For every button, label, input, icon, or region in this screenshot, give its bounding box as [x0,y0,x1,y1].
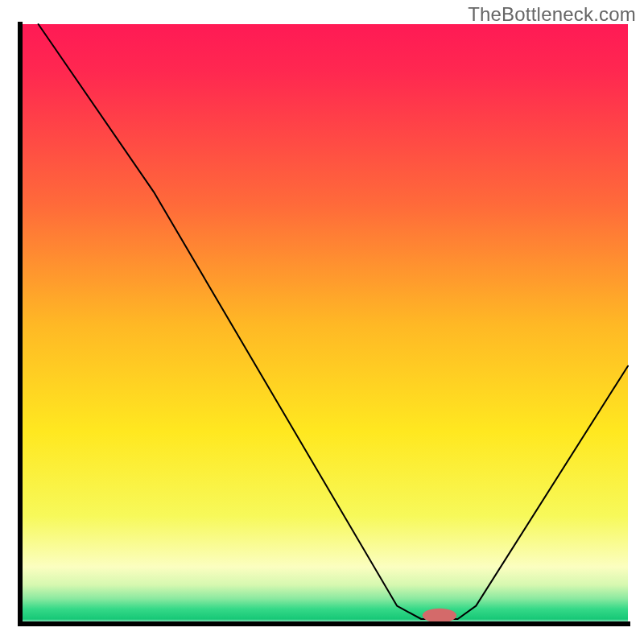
optimal-point-marker [423,609,456,623]
bottleneck-chart [0,0,644,644]
gradient-background [20,24,628,624]
watermark-text: TheBottleneck.com [468,3,636,26]
chart-frame: TheBottleneck.com [0,0,644,644]
